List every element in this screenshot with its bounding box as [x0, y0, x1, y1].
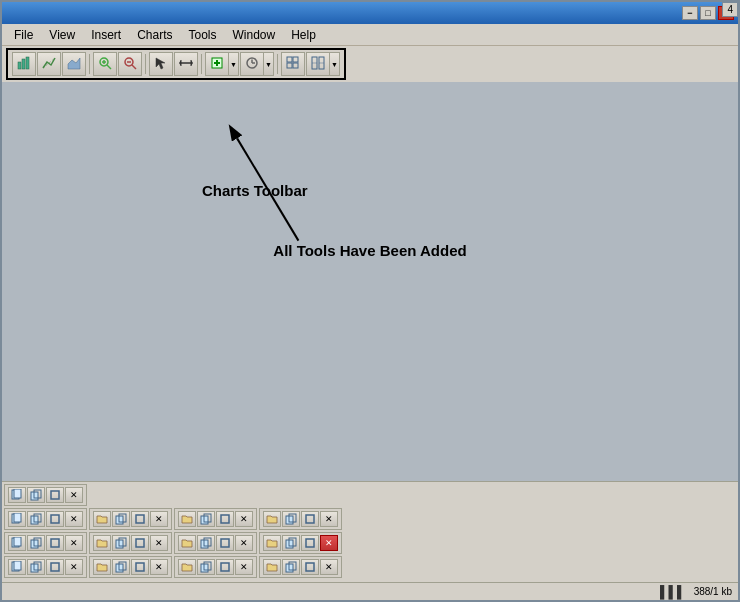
chart-display-dropdown-arrow[interactable]: ▼ [330, 52, 340, 76]
r2p3-folder-btn[interactable] [263, 535, 281, 551]
zoom-in-button[interactable] [93, 52, 117, 76]
p4-close-btn[interactable]: ✕ [320, 511, 338, 527]
p2-folder-btn[interactable] [93, 511, 111, 527]
r2p1-folder-btn[interactable] [93, 535, 111, 551]
separator1 [89, 54, 90, 74]
svg-rect-39 [14, 513, 21, 522]
taskbar-panel-2-3: ✕ [259, 532, 342, 554]
panel-copy-btn[interactable] [27, 487, 45, 503]
panel-sq-btn[interactable] [46, 487, 64, 503]
taskbar-panel-1-2: ✕ [174, 508, 257, 530]
cursor-select-button[interactable] [149, 52, 173, 76]
taskbar-panel-1-0: ✕ [4, 508, 87, 530]
p3-close-btn[interactable]: ✕ [235, 511, 253, 527]
p3-copy-btn[interactable] [197, 511, 215, 527]
svg-rect-23 [287, 57, 292, 62]
p1-close-btn[interactable]: ✕ [65, 511, 83, 527]
r2p3-copy-btn[interactable] [282, 535, 300, 551]
taskbar-panel-2-0: ✕ [4, 532, 87, 554]
menu-view[interactable]: View [41, 26, 83, 44]
taskbar-panel-3-2: ✕ [174, 556, 257, 578]
r3p2-copy-btn[interactable] [197, 559, 215, 575]
r3p0-sq-btn[interactable] [46, 559, 64, 575]
menu-insert[interactable]: Insert [83, 26, 129, 44]
r2p0-copy-btn[interactable] [27, 535, 45, 551]
taskbar-row-1: ✕ ✕ [4, 508, 736, 530]
r3p1-sq-btn[interactable] [131, 559, 149, 575]
time-dropdown-arrow[interactable]: ▼ [264, 52, 274, 76]
bar-chart-status-icon: ▌▌▌ [660, 585, 686, 599]
zoom-out-icon [123, 56, 137, 72]
r2p0-close-btn[interactable]: ✕ [65, 535, 83, 551]
r3p2-folder-btn[interactable] [178, 559, 196, 575]
maximize-button[interactable]: □ [700, 6, 716, 20]
r2p0-doc-btn[interactable] [8, 535, 26, 551]
cursor-select-icon [154, 56, 168, 72]
main-content: Charts Toolbar All Tools Have Been Added [2, 82, 738, 481]
r2p3-close-btn-red[interactable]: ✕ [320, 535, 338, 551]
p2-sq-btn[interactable] [131, 511, 149, 527]
p4-copy-btn[interactable] [282, 511, 300, 527]
r3p1-folder-btn[interactable] [93, 559, 111, 575]
p4-folder-btn[interactable] [263, 511, 281, 527]
zoom-out-button[interactable] [118, 52, 142, 76]
bar-chart-icon [17, 56, 31, 72]
p1-copy-btn[interactable] [27, 511, 45, 527]
p4-sq-btn[interactable] [301, 511, 319, 527]
r2p1-copy-btn[interactable] [112, 535, 130, 551]
r3p0-doc-btn[interactable] [8, 559, 26, 575]
minimize-button[interactable]: − [682, 6, 698, 20]
insert-dropdown-arrow[interactable]: ▼ [229, 52, 239, 76]
chart-display-button[interactable] [306, 52, 330, 76]
r3p3-sq-btn[interactable] [301, 559, 319, 575]
svg-rect-34 [14, 489, 21, 498]
r2p2-folder-btn[interactable] [178, 535, 196, 551]
r2p1-sq-btn[interactable] [131, 535, 149, 551]
insert-button[interactable] [205, 52, 229, 76]
r3p1-copy-btn[interactable] [112, 559, 130, 575]
r2p1-close-btn[interactable]: ✕ [150, 535, 168, 551]
p3-sq-btn[interactable] [216, 511, 234, 527]
taskbar-row-2: ✕ ✕ [4, 532, 736, 554]
panel-close-btn[interactable]: ✕ [65, 487, 83, 503]
r3p3-close-btn[interactable]: ✕ [320, 559, 338, 575]
menu-window[interactable]: Window [225, 26, 284, 44]
r3p3-folder-btn[interactable] [263, 559, 281, 575]
menu-charts[interactable]: Charts [129, 26, 180, 44]
p2-copy-btn[interactable] [112, 511, 130, 527]
r2p3-sq-btn[interactable] [301, 535, 319, 551]
r2p2-sq-btn[interactable] [216, 535, 234, 551]
p1-sq-btn[interactable] [46, 511, 64, 527]
menu-file[interactable]: File [6, 26, 41, 44]
r2p2-close-btn[interactable]: ✕ [235, 535, 253, 551]
p1-doc-btn[interactable] [8, 511, 26, 527]
svg-rect-73 [136, 563, 144, 571]
time-icon [245, 56, 259, 72]
svg-rect-48 [221, 515, 229, 523]
grid-view-button[interactable] [281, 52, 305, 76]
range-select-button[interactable] [174, 52, 198, 76]
p2-close-btn[interactable]: ✕ [150, 511, 168, 527]
svg-line-9 [132, 65, 136, 69]
bar-chart-button[interactable] [12, 52, 36, 76]
svg-rect-53 [14, 537, 21, 546]
panel-doc-btn[interactable] [8, 487, 26, 503]
area-chart-button[interactable] [62, 52, 86, 76]
r3p3-copy-btn[interactable] [282, 559, 300, 575]
page-badge: 4 [722, 2, 738, 17]
r3p2-sq-btn[interactable] [216, 559, 234, 575]
r2p2-copy-btn[interactable] [197, 535, 215, 551]
r3p0-copy-btn[interactable] [27, 559, 45, 575]
r3p2-close-btn[interactable]: ✕ [235, 559, 253, 575]
p3-folder-btn[interactable] [178, 511, 196, 527]
r3p0-close-btn[interactable]: ✕ [65, 559, 83, 575]
menu-help[interactable]: Help [283, 26, 324, 44]
menu-tools[interactable]: Tools [181, 26, 225, 44]
svg-rect-56 [51, 539, 59, 547]
time-button[interactable] [240, 52, 264, 76]
line-up-button[interactable] [37, 52, 61, 76]
r2p0-sq-btn[interactable] [46, 535, 64, 551]
range-select-icon [179, 56, 193, 72]
svg-rect-79 [306, 563, 314, 571]
r3p1-close-btn[interactable]: ✕ [150, 559, 168, 575]
